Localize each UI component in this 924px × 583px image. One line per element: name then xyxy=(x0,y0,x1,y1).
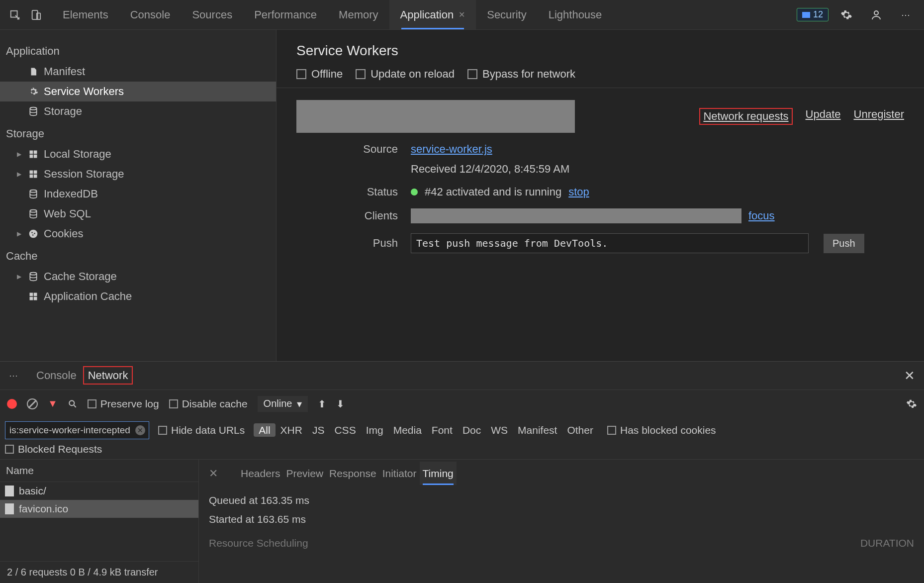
tab-console[interactable]: Console xyxy=(119,0,182,29)
svg-point-14 xyxy=(30,210,36,212)
topbar-right: 12 ⋯ xyxy=(797,6,918,24)
detail-tab-response[interactable]: Response xyxy=(326,462,379,485)
service-workers-panel: Service Workers OfflineUpdate on reloadB… xyxy=(277,30,924,361)
unregister-link[interactable]: Unregister xyxy=(854,108,904,125)
request-row[interactable]: basic/ xyxy=(0,482,198,500)
source-file-link[interactable]: service-worker.js xyxy=(411,143,492,156)
file-icon xyxy=(28,66,39,77)
sidebar-item-label: Session Storage xyxy=(44,168,124,181)
update-on-reload-checkbox[interactable]: Update on reload xyxy=(356,68,455,81)
detail-tab-preview[interactable]: Preview xyxy=(283,462,326,485)
filter-icon[interactable]: ▼ xyxy=(48,398,58,409)
sidebar-item-manifest[interactable]: Manifest xyxy=(0,62,276,82)
svg-point-15 xyxy=(29,230,38,238)
network-settings-icon[interactable] xyxy=(906,398,917,409)
sidebar-item-label: Cookies xyxy=(44,227,83,240)
drawer-tab-console[interactable]: Console xyxy=(32,367,81,384)
sidebar-item-cache-storage[interactable]: ▶Cache Storage xyxy=(0,267,276,287)
sidebar-item-label: Local Storage xyxy=(44,148,111,161)
settings-icon[interactable] xyxy=(837,6,855,24)
svg-rect-23 xyxy=(34,297,37,300)
svg-rect-9 xyxy=(30,171,33,174)
bypass-for-network-checkbox[interactable]: Bypass for network xyxy=(467,68,575,81)
preserve-log-checkbox[interactable]: Preserve log xyxy=(88,398,159,410)
filter-type-js[interactable]: JS xyxy=(307,423,330,437)
detail-close-icon[interactable]: ✕ xyxy=(209,467,218,480)
tab-sources[interactable]: Sources xyxy=(181,0,243,29)
filter-type-media[interactable]: Media xyxy=(388,423,427,437)
issues-badge[interactable]: 12 xyxy=(797,8,829,21)
detail-tab-initiator[interactable]: Initiator xyxy=(379,462,420,485)
sidebar-item-local-storage[interactable]: ▶Local Storage xyxy=(0,144,276,164)
push-input[interactable] xyxy=(411,233,809,253)
stop-link[interactable]: stop xyxy=(568,186,589,198)
focus-link[interactable]: focus xyxy=(748,209,775,222)
inspect-icon[interactable] xyxy=(6,6,24,24)
sidebar-item-indexeddb[interactable]: IndexedDB xyxy=(0,184,276,204)
push-button[interactable]: Push xyxy=(824,234,864,253)
drawer-tab-network[interactable]: Network xyxy=(83,366,133,385)
tab-memory[interactable]: Memory xyxy=(328,0,389,29)
drawer-more-icon[interactable]: ⋯ xyxy=(9,370,19,381)
account-icon[interactable] xyxy=(867,6,885,24)
tab-elements[interactable]: Elements xyxy=(52,0,119,29)
detail-tab-headers[interactable]: Headers xyxy=(238,462,283,485)
filter-type-manifest[interactable]: Manifest xyxy=(513,423,562,437)
tab-performance[interactable]: Performance xyxy=(243,0,328,29)
filter-type-all[interactable]: All xyxy=(254,423,275,437)
sidebar-item-cookies[interactable]: ▶Cookies xyxy=(0,224,276,244)
search-icon[interactable] xyxy=(68,399,78,409)
sidebar-item-storage[interactable]: Storage xyxy=(0,101,276,121)
more-icon[interactable]: ⋯ xyxy=(897,6,915,24)
svg-rect-20 xyxy=(30,293,33,296)
tab-lighthouse[interactable]: Lighthouse xyxy=(538,0,613,29)
close-tab-icon[interactable]: ✕ xyxy=(459,10,465,19)
sidebar-group-application: Application xyxy=(0,39,276,62)
filter-type-xhr[interactable]: XHR xyxy=(276,423,307,437)
panel-title: Service Workers xyxy=(296,43,904,59)
filter-type-img[interactable]: Img xyxy=(361,423,388,437)
drawer-close-icon[interactable]: ✕ xyxy=(904,368,915,384)
upload-har-icon[interactable]: ⬆ xyxy=(318,398,326,410)
request-row[interactable]: favicon.ico xyxy=(0,500,198,518)
filter-type-css[interactable]: CSS xyxy=(329,423,361,437)
request-summary: 2 / 6 requests 0 B / 4.9 kB transfer xyxy=(0,561,198,583)
svg-point-24 xyxy=(69,400,74,405)
request-detail: ✕ HeadersPreviewResponseInitiatorTiming … xyxy=(199,460,924,583)
filter-type-doc[interactable]: Doc xyxy=(458,423,486,437)
sidebar-item-web-sql[interactable]: Web SQL xyxy=(0,204,276,224)
clear-filter-icon[interactable]: ✕ xyxy=(135,425,145,435)
offline-checkbox[interactable]: Offline xyxy=(296,68,343,81)
expand-icon: ▶ xyxy=(17,273,23,280)
hide-data-urls-checkbox[interactable]: Hide data URLs xyxy=(158,424,245,436)
record-icon[interactable] xyxy=(7,399,17,409)
blocked-cookies-checkbox[interactable]: Has blocked cookies xyxy=(607,424,716,436)
request-list-header: Name xyxy=(0,460,198,482)
filter-type-font[interactable]: Font xyxy=(427,423,458,437)
svg-rect-8 xyxy=(34,155,37,158)
filter-type-other[interactable]: Other xyxy=(562,423,598,437)
drawer: ⋯ Console Network ✕ ▼ Preserve log Disab… xyxy=(0,361,924,583)
blocked-requests-checkbox[interactable]: Blocked Requests xyxy=(5,443,102,455)
download-har-icon[interactable]: ⬇ xyxy=(336,398,345,410)
sidebar-item-application-cache[interactable]: Application Cache xyxy=(0,287,276,306)
network-requests-link[interactable]: Network requests xyxy=(699,108,792,125)
clients-label: Clients xyxy=(296,209,411,222)
update-link[interactable]: Update xyxy=(806,108,841,125)
sidebar-item-service-workers[interactable]: Service Workers xyxy=(0,82,276,101)
gear-icon xyxy=(28,86,39,97)
sidebar-item-session-storage[interactable]: ▶Session Storage xyxy=(0,164,276,184)
device-toggle-icon[interactable] xyxy=(27,6,45,24)
sidebar-item-label: Manifest xyxy=(44,65,85,78)
clear-icon[interactable] xyxy=(27,398,38,409)
sidebar-group-cache: Cache xyxy=(0,244,276,267)
tab-security[interactable]: Security xyxy=(476,0,537,29)
filter-type-ws[interactable]: WS xyxy=(486,423,513,437)
network-filter-input[interactable] xyxy=(5,421,149,439)
disable-cache-checkbox[interactable]: Disable cache xyxy=(169,398,248,410)
tab-application[interactable]: Application✕ xyxy=(389,0,476,29)
application-sidebar: ApplicationManifestService WorkersStorag… xyxy=(0,30,277,361)
detail-tab-timing[interactable]: Timing xyxy=(420,462,457,485)
throttling-select[interactable]: Online▾ xyxy=(258,396,308,412)
document-icon xyxy=(5,503,14,514)
